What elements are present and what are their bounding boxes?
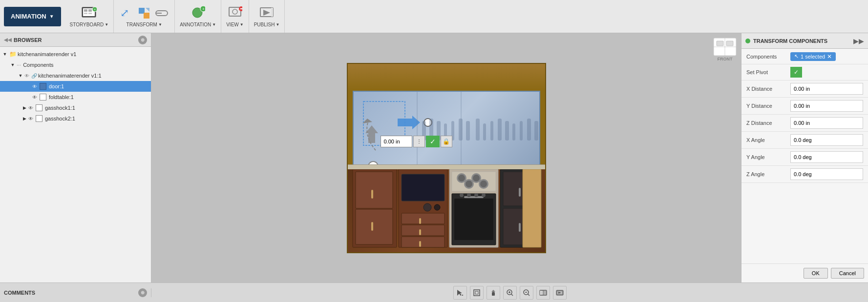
transform-confirm-button[interactable]: ✓	[426, 136, 440, 147]
tree-item-foldtable[interactable]: 👁 foldtable:1	[0, 92, 151, 102]
y-distance-input[interactable]	[790, 100, 863, 112]
eye-gasshock1-icon[interactable]: 👁	[28, 105, 33, 111]
comments-title: COMMENTS	[4, 290, 35, 296]
panel-expand-button[interactable]: ▶▶	[853, 37, 864, 45]
kitchen-3d-scene: ⋮ ✓ 🔒	[347, 63, 546, 253]
badge-close-button[interactable]: ✕	[827, 53, 832, 60]
zoom-in-button[interactable]	[503, 286, 517, 300]
tree-label-root: kitchenanimaterender v1	[18, 51, 76, 57]
z-angle-label: Z Angle	[746, 171, 790, 177]
panel-row-x-angle: X Angle	[741, 132, 868, 149]
publish-group[interactable]: PUBLISH ▼	[249, 0, 285, 33]
select-tool-icon	[456, 289, 464, 297]
move-icon: ⤢	[119, 5, 134, 21]
display-mode-button[interactable]	[536, 286, 550, 300]
ok-button[interactable]: OK	[804, 268, 828, 279]
panel-row-z-distance: Z Distance	[741, 115, 868, 132]
svg-rect-93	[475, 291, 478, 294]
svg-rect-56	[371, 190, 373, 199]
browser-header: ◀◀ BROWSER ⊕	[0, 33, 151, 47]
tree-item-root[interactable]: ▼ 📁 kitchenanimaterender v1	[0, 49, 151, 60]
main-toolbar: ANIMATION ▼ + STORYBOARD ▼	[0, 0, 868, 33]
transform-label: TRANSFORM ▼	[127, 22, 162, 27]
browser-plus-button[interactable]: ⊕	[138, 36, 147, 44]
components-value: ↖ 1 selected ✕	[790, 52, 863, 61]
collapse-icon[interactable]: ◀◀	[4, 37, 12, 42]
pan-tool-button[interactable]	[487, 286, 500, 300]
selected-badge[interactable]: ↖ 1 selected ✕	[790, 52, 836, 61]
transform-components-panel: TRANSFORM COMPONENTS ▶▶ Components ↖ 1 s…	[741, 33, 868, 282]
z-distance-input[interactable]	[790, 117, 863, 129]
svg-rect-63	[402, 225, 445, 236]
annotation-icon: +	[190, 5, 206, 21]
svg-rect-55	[356, 209, 393, 244]
y-angle-input[interactable]	[790, 151, 863, 163]
panel-row-z-angle: Z Angle	[741, 166, 868, 183]
svg-rect-64	[402, 237, 445, 247]
tree-item-kit1[interactable]: ▼ 👁 🔗 kitchenanimaterender v1:1	[0, 70, 151, 81]
gasshock1-box-icon	[36, 104, 42, 111]
svg-text:⤢: ⤢	[120, 7, 129, 19]
view-icon	[227, 5, 243, 21]
panel-row-x-distance: X Distance	[741, 81, 868, 98]
panel-row-y-distance: Y Distance	[741, 98, 868, 115]
comments-label: COMMENTS	[4, 290, 35, 296]
cancel-button[interactable]: Cancel	[831, 268, 864, 279]
x-angle-input[interactable]	[790, 134, 863, 146]
transform-group[interactable]: ⤢ TRANSFORM ▼	[114, 0, 175, 33]
storyboard-group[interactable]: + STORYBOARD ▼	[65, 0, 114, 33]
svg-rect-4	[84, 13, 87, 14]
svg-point-77	[466, 181, 472, 187]
eye-door-icon[interactable]: 👁	[32, 84, 37, 89]
svg-point-82	[467, 193, 471, 197]
svg-marker-11	[146, 8, 149, 12]
z-angle-input[interactable]	[790, 168, 863, 180]
transform-more-button[interactable]: ⋮	[413, 136, 425, 147]
svg-rect-79	[454, 199, 493, 240]
x-angle-value	[790, 134, 863, 146]
tree-expand-root: ▼	[2, 52, 8, 57]
tree-item-gasshock2[interactable]: ▶ 👁 gasshock2:1	[0, 113, 151, 124]
eye-gasshock2-icon[interactable]: 👁	[28, 116, 33, 121]
front-view-icon	[713, 37, 737, 57]
view-label: VIEW ▼	[226, 22, 243, 27]
svg-text:+: +	[94, 8, 96, 11]
tree-item-door[interactable]: 👁 door:1	[0, 81, 151, 92]
frame-tool-button[interactable]	[470, 286, 484, 300]
tree-item-gasshock1[interactable]: ▶ 👁 gasshock1:1	[0, 102, 151, 113]
tree-item-components[interactable]: ▼ ··· Components	[0, 60, 151, 70]
svg-point-60	[423, 203, 431, 211]
animation-menu-button[interactable]: ANIMATION ▼	[4, 7, 61, 26]
transform-distance-input[interactable]	[381, 136, 412, 147]
storyboard-label: STORYBOARD ▼	[70, 22, 109, 27]
display-mode-icon	[539, 289, 547, 297]
svg-marker-105	[543, 290, 547, 295]
render-mode-button[interactable]	[553, 286, 567, 300]
svg-point-31	[424, 119, 432, 126]
canvas-viewport[interactable]: FRONT	[151, 33, 741, 282]
transform-lock-button[interactable]: 🔒	[441, 136, 452, 147]
door-box-icon	[40, 83, 46, 90]
comments-plus-button[interactable]: ⊕	[138, 288, 147, 297]
svg-rect-10	[144, 13, 149, 19]
x-distance-input[interactable]	[790, 83, 863, 95]
main-content: ◀◀ BROWSER ⊕ ▼ 📁 kitchenanimaterender v1…	[0, 33, 868, 282]
annotation-group[interactable]: + ANNOTATION ▼	[175, 0, 221, 33]
svg-rect-20	[240, 8, 242, 9]
pivot-check-button[interactable]: ✓	[790, 67, 802, 78]
y-angle-value	[790, 151, 863, 163]
y-distance-value	[790, 100, 863, 112]
canvas-bottom-tools	[151, 286, 868, 300]
eye-kit1-icon[interactable]: 👁	[24, 73, 29, 79]
zoom-out-button[interactable]	[520, 286, 533, 300]
svg-marker-22	[263, 10, 270, 16]
y-distance-label: Y Distance	[746, 103, 790, 109]
select-tool-button[interactable]	[453, 286, 467, 300]
svg-line-101	[528, 294, 529, 296]
panel-title-text: TRANSFORM COMPONENTS	[753, 38, 827, 44]
tree-label-gasshock2: gasshock2:1	[45, 116, 75, 121]
tree-label-gasshock1: gasshock1:1	[45, 105, 75, 111]
eye-foldtable-icon[interactable]: 👁	[32, 95, 37, 100]
front-view-indicator: FRONT	[713, 37, 737, 61]
view-group[interactable]: VIEW ▼	[221, 0, 249, 33]
